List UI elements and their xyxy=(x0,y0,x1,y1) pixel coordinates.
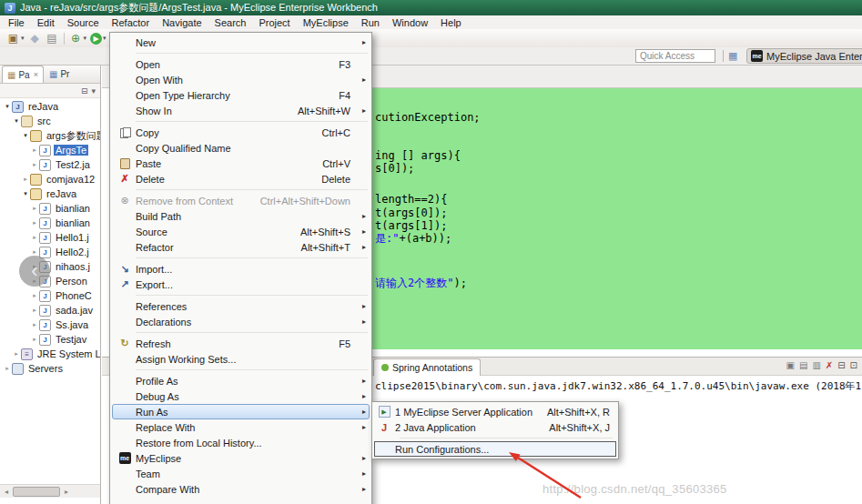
context-menu-item-refactor[interactable]: RefactorAlt+Shift+T▸ xyxy=(112,239,370,255)
tree-expander-icon[interactable]: ▸ xyxy=(30,234,39,241)
context-menu-item-open[interactable]: OpenF3 xyxy=(112,56,370,72)
minimize-icon[interactable]: ⊟ xyxy=(837,360,845,370)
context-menu-item-myeclipse[interactable]: meMyEclipse▸ xyxy=(112,450,370,466)
menu-search[interactable]: Search xyxy=(208,17,253,28)
tree-expander-icon[interactable]: ▸ xyxy=(30,219,39,227)
menu-edit[interactable]: Edit xyxy=(31,17,61,28)
tree-item-src[interactable]: ▾src xyxy=(0,114,100,128)
tree-expander-icon[interactable]: ▸ xyxy=(30,161,39,168)
context-menu-item-copy-qualified-name[interactable]: Copy Qualified Name xyxy=(112,140,370,156)
tree-item-bianlian[interactable]: ▸Jbianlian xyxy=(0,201,100,216)
close-console-icon[interactable]: ✗ xyxy=(826,360,833,370)
context-menu-item-assign-working-sets[interactable]: Assign Working Sets... xyxy=(112,351,370,367)
context-menu-item-source[interactable]: SourceAlt+Shift+S▸ xyxy=(112,224,370,239)
context-menu-item-declarations[interactable]: Declarations▸ xyxy=(112,314,370,329)
scroll-lock-icon[interactable]: ▤ xyxy=(799,360,807,370)
context-menu-item-remove-from-context[interactable]: ⊗Remove from ContextCtrl+Alt+Shift+Down xyxy=(112,193,370,208)
context-menu-item-profile-as[interactable]: Profile As▸ xyxy=(112,373,370,388)
new-wizard-icon[interactable]: ▣▾ xyxy=(5,30,26,46)
context-menu-item-build-path[interactable]: Build Path▸ xyxy=(112,208,370,224)
submenu-item-2-java-application[interactable]: J2 Java ApplicationAlt+Shift+X, J xyxy=(374,419,616,435)
tree-item-comjava12[interactable]: ▸comjava12 xyxy=(0,172,100,186)
tree-expander-icon[interactable]: ▾ xyxy=(3,103,12,110)
prev-image-arrow[interactable]: ‹ xyxy=(19,256,50,287)
tree-expander-icon[interactable]: ▸ xyxy=(30,292,39,299)
context-menu-item-delete[interactable]: ✗DeleteDelete xyxy=(112,171,370,186)
context-menu-item-new[interactable]: New▸ xyxy=(112,35,370,50)
clear-console-icon[interactable]: ▥ xyxy=(812,360,820,370)
context-menu-item-open-with[interactable]: Open With▸ xyxy=(112,72,370,87)
close-view-icon[interactable]: × xyxy=(34,70,38,79)
context-menu-item-import[interactable]: ↘Import... xyxy=(112,261,370,277)
scrollbar-thumb[interactable] xyxy=(13,487,60,497)
maximize-icon[interactable]: ⊡ xyxy=(850,360,857,370)
pin-console-icon[interactable]: ▣ xyxy=(786,360,794,370)
tab-spring-annotations[interactable]: Spring Annotations xyxy=(373,358,481,376)
context-menu-item-refresh[interactable]: ↻RefreshF5 xyxy=(112,336,370,351)
tree-expander-icon[interactable]: ▸ xyxy=(30,307,39,314)
tree-item-argste[interactable]: ▸JArgsTe xyxy=(0,143,100,157)
tree-item-hello1-j[interactable]: ▸JHello1.j xyxy=(0,230,100,245)
scroll-right-icon[interactable]: ▸ xyxy=(60,488,73,496)
menu-source[interactable]: Source xyxy=(61,17,106,28)
context-menu-item-paste[interactable]: PasteCtrl+V xyxy=(112,156,370,171)
context-menu-item-compare-with[interactable]: Compare With▸ xyxy=(112,481,370,497)
menu-window[interactable]: Window xyxy=(386,17,434,28)
tree-item-jre-system-li[interactable]: ▸≡JRE System Li xyxy=(0,347,100,361)
tree-expander-icon[interactable]: ▸ xyxy=(30,248,39,256)
menu-navigate[interactable]: Navigate xyxy=(156,17,208,28)
tree-expander-icon[interactable]: ▾ xyxy=(21,190,30,197)
collapse-all-icon[interactable]: ⊟ xyxy=(81,86,88,96)
horizontal-scrollbar[interactable]: ◂ ▸ xyxy=(0,484,100,498)
menu-file[interactable]: File xyxy=(2,17,31,28)
menu-myeclipse[interactable]: MyEclipse xyxy=(297,17,355,28)
tree-expander-icon[interactable]: ▸ xyxy=(21,176,30,183)
tree-item-hello2-j[interactable]: ▸JHello2.j xyxy=(0,245,100,259)
context-menu-item-team[interactable]: Team▸ xyxy=(112,466,370,481)
tree-item-rejava[interactable]: ▾JreJava xyxy=(0,99,100,114)
menu-help[interactable]: Help xyxy=(434,17,468,28)
view-tab-pa[interactable]: ▦Pa× xyxy=(2,66,44,83)
context-menu-item-debug-as[interactable]: Debug As▸ xyxy=(112,388,370,404)
context-menu-item-run-as[interactable]: Run As▸ xyxy=(112,404,370,419)
run-icon[interactable]: ▶▾ xyxy=(88,30,108,46)
menu-project[interactable]: Project xyxy=(252,17,296,28)
context-menu-item-export[interactable]: ↗Export... xyxy=(112,277,370,292)
context-menu-item-restore-from-local-history[interactable]: Restore from Local History... xyxy=(112,435,370,450)
scroll-left-icon[interactable]: ◂ xyxy=(0,488,13,496)
context-menu-item-copy[interactable]: CopyCtrl+C xyxy=(112,125,370,140)
tree-item-test2-ja[interactable]: ▸JTest2.ja xyxy=(0,157,100,172)
submenu-item-run-configurations[interactable]: Run Configurations... xyxy=(374,441,616,457)
tree-expander-icon[interactable]: ▸ xyxy=(12,350,21,358)
submenu-item-1-myeclipse-server-application[interactable]: ▶1 MyEclipse Server ApplicationAlt+Shift… xyxy=(374,404,616,419)
tree-item-rejava[interactable]: ▾reJava xyxy=(0,186,100,201)
open-perspective-icon[interactable]: ▦ xyxy=(728,50,737,62)
view-tab-pr[interactable]: ▦Pr xyxy=(45,66,74,83)
tree-item-args[interactable]: ▾args参数问题 xyxy=(0,128,100,143)
menu-run[interactable]: Run xyxy=(355,17,386,28)
tree-item-nihaos-j[interactable]: ▸Jnihaos.j xyxy=(0,259,100,274)
tree-expander-icon[interactable]: ▸ xyxy=(30,146,39,154)
menu-refactor[interactable]: Refactor xyxy=(106,17,157,28)
tree-expander-icon[interactable]: ▸ xyxy=(30,336,39,343)
tree-expander-icon[interactable]: ▾ xyxy=(21,132,30,139)
tree-item-ss-java[interactable]: ▸JSs.java xyxy=(0,318,100,332)
context-menu-item-replace-with[interactable]: Replace With▸ xyxy=(112,419,370,435)
tree-item-phonec[interactable]: ▸JPhoneC xyxy=(0,288,100,303)
active-perspective-button[interactable]: me MyEclipse Java Enterpr xyxy=(746,48,862,64)
debug-icon[interactable]: ⊕▾ xyxy=(67,30,89,46)
view-menu-icon[interactable]: ▾ xyxy=(91,86,96,96)
tree-item-bianlian[interactable]: ▸Jbianlian xyxy=(0,216,100,230)
tree-item-testjav[interactable]: ▸JTestjav xyxy=(0,332,100,347)
context-menu-item-open-type-hierarchy[interactable]: Open Type HierarchyF4 xyxy=(112,87,370,103)
print-icon[interactable]: ▤ xyxy=(44,30,61,46)
quick-access-input[interactable]: Quick Access xyxy=(635,49,715,63)
tree-expander-icon[interactable]: ▸ xyxy=(30,205,39,212)
tree-expander-icon[interactable]: ▾ xyxy=(12,117,21,125)
save-icon[interactable]: ◆ xyxy=(26,30,44,46)
context-menu-item-show-in[interactable]: Show InAlt+Shift+W▸ xyxy=(112,103,370,118)
tree-item-servers[interactable]: ▸Servers xyxy=(0,361,100,376)
tree-item-sada-jav[interactable]: ▸Jsada.jav xyxy=(0,303,100,318)
tree-expander-icon[interactable]: ▸ xyxy=(30,321,39,328)
context-menu-item-references[interactable]: References▸ xyxy=(112,298,370,314)
